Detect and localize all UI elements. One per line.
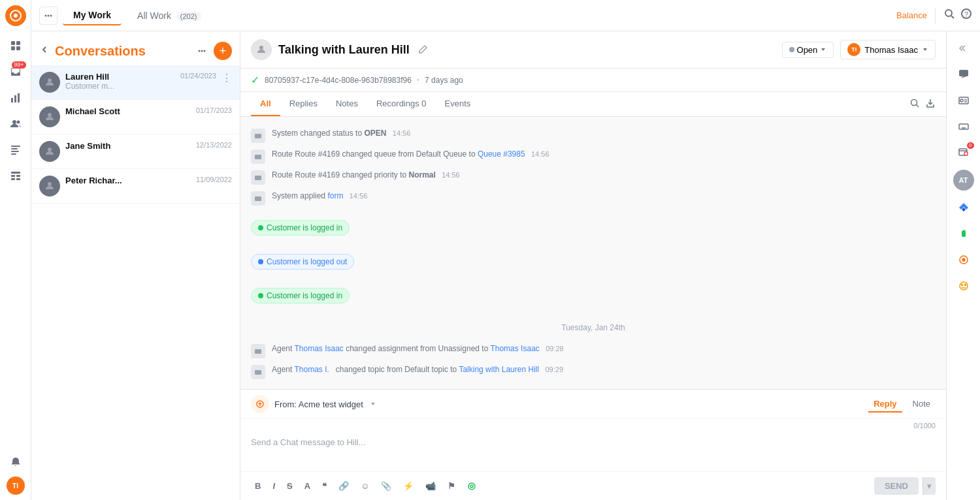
- search-messages-icon[interactable]: [909, 98, 920, 111]
- tab-recordings[interactable]: Recordings 0: [367, 92, 436, 116]
- rp-emoji-icon[interactable]: [952, 274, 975, 298]
- list-item[interactable]: Peter Richar... 11/09/2022: [31, 169, 240, 204]
- collapse-icon[interactable]: [952, 37, 975, 60]
- download-icon[interactable]: [925, 98, 936, 111]
- conv-info: Peter Richar...: [65, 176, 191, 185]
- sidebar-icon-grid[interactable]: [4, 34, 27, 57]
- emoji-button[interactable]: ☺: [357, 478, 373, 493]
- tab-all[interactable]: All: [251, 92, 280, 116]
- reply-tab-note[interactable]: Note: [907, 396, 936, 413]
- svg-point-22: [50, 14, 52, 16]
- help-icon[interactable]: ?: [960, 8, 972, 23]
- event-icon: [251, 170, 265, 185]
- flag-button[interactable]: ⚑: [444, 478, 459, 493]
- link-button[interactable]: 🔗: [335, 478, 353, 493]
- rp-shopify-icon[interactable]: [952, 222, 975, 245]
- svg-point-28: [201, 50, 203, 52]
- svg-rect-41: [255, 349, 261, 354]
- verified-icon: ✓: [251, 74, 259, 86]
- send-button[interactable]: SEND: [874, 477, 919, 495]
- search-icon[interactable]: [943, 8, 955, 23]
- send-more-button[interactable]: ▾: [923, 477, 936, 495]
- rp-jira-icon[interactable]: [952, 196, 975, 219]
- rp-ring-icon[interactable]: [952, 248, 975, 272]
- customer-logged-out-badge: Customer is logged out: [251, 254, 354, 270]
- svg-rect-37: [255, 134, 261, 138]
- content-area: Conversations +: [31, 31, 980, 500]
- sidebar-icon-chart[interactable]: [4, 86, 27, 110]
- conv-info: Michael Scott: [65, 106, 191, 116]
- conv-back-icon[interactable]: [39, 44, 50, 57]
- video-button[interactable]: 📹: [421, 478, 440, 493]
- sidebar-icon-inbox[interactable]: 99+: [4, 60, 27, 84]
- bold-button[interactable]: B: [251, 478, 265, 493]
- nav-divider: [935, 8, 936, 23]
- text-format-button[interactable]: A: [301, 478, 314, 493]
- conv-info: Lauren Hill Customer m...: [65, 72, 175, 91]
- svg-point-63: [961, 285, 962, 286]
- system-event: Route Route #4169 changed queue from Def…: [251, 146, 936, 166]
- tab-replies[interactable]: Replies: [280, 92, 327, 116]
- italic-button[interactable]: I: [269, 478, 279, 493]
- svg-rect-17: [16, 175, 20, 177]
- svg-rect-42: [255, 370, 261, 375]
- brand-logo[interactable]: [5, 5, 26, 26]
- tab-notes[interactable]: Notes: [327, 92, 367, 116]
- sidebar-icon-notifications[interactable]: [4, 450, 27, 474]
- nav-more-btn[interactable]: [39, 7, 57, 25]
- assignee-button[interactable]: TI Thomas Isaac: [840, 40, 936, 59]
- sidebar-icon-table[interactable]: [4, 164, 27, 188]
- conv-item-more[interactable]: ⋮: [221, 72, 232, 84]
- svg-rect-59: [964, 152, 968, 155]
- reply-icon: [251, 395, 269, 413]
- quote-button[interactable]: ❝: [318, 478, 331, 493]
- customer-logged-in-badge-2: Customer is logged in: [251, 288, 350, 304]
- edit-icon[interactable]: [419, 44, 428, 55]
- lightning-button[interactable]: ⚡: [399, 478, 417, 493]
- top-nav: My Work All Work (202) Balance ?: [31, 0, 980, 31]
- avatar: [39, 176, 60, 196]
- conv-title: Conversations: [55, 44, 188, 59]
- chat-area: Talking with Lauren Hill Open TI Th: [240, 31, 946, 500]
- svg-rect-5: [16, 46, 20, 50]
- char-count: 0/1000: [240, 419, 946, 432]
- rp-comments-icon[interactable]: [952, 63, 975, 86]
- svg-rect-51: [959, 124, 968, 129]
- svg-point-20: [45, 14, 47, 16]
- rp-window-icon[interactable]: 0: [952, 141, 975, 164]
- balance-label: Balance: [896, 10, 927, 20]
- strikethrough-button[interactable]: S: [283, 478, 297, 493]
- conv-add-btn[interactable]: +: [214, 42, 232, 60]
- svg-point-35: [911, 99, 917, 105]
- list-item[interactable]: Jane Smith 12/13/2022: [31, 134, 240, 169]
- rp-idcard-icon[interactable]: [952, 89, 975, 112]
- attach-button[interactable]: 📎: [377, 478, 395, 493]
- svg-rect-38: [255, 155, 261, 159]
- tab-all-work[interactable]: All Work (202): [127, 7, 211, 25]
- svg-rect-39: [255, 176, 261, 180]
- assignee-avatar: TI: [847, 43, 860, 56]
- conv-more-btn[interactable]: [193, 42, 211, 60]
- list-item[interactable]: Lauren Hill Customer m... 01/24/2023 ⋮: [31, 65, 240, 100]
- ai-button[interactable]: [463, 479, 480, 493]
- conversation-list: Lauren Hill Customer m... 01/24/2023 ⋮ M…: [31, 65, 240, 500]
- svg-point-44: [468, 483, 475, 490]
- svg-point-1: [14, 14, 18, 18]
- status-button[interactable]: Open: [782, 42, 834, 58]
- list-item[interactable]: Michael Scott 01/17/2023: [31, 100, 240, 134]
- rp-keyboard-icon[interactable]: [952, 115, 975, 138]
- tab-events[interactable]: Events: [436, 92, 480, 116]
- avatar: [39, 106, 60, 127]
- reply-input[interactable]: [251, 437, 936, 457]
- current-user-avatar[interactable]: TI: [7, 477, 25, 495]
- reply-tab-reply[interactable]: Reply: [868, 396, 902, 413]
- tab-my-work[interactable]: My Work: [63, 6, 122, 25]
- rp-at-avatar[interactable]: AT: [953, 170, 974, 191]
- svg-point-34: [259, 46, 263, 50]
- from-dropdown-arrow[interactable]: [370, 399, 376, 409]
- message-id-bar: ✓ 80705937-c17e-4d4c-808e-963b78983f96 •…: [240, 69, 946, 92]
- sidebar-icon-users[interactable]: [4, 112, 27, 136]
- svg-line-24: [951, 16, 954, 18]
- sidebar-icon-reports[interactable]: [4, 138, 27, 162]
- chat-user-icon: [251, 39, 272, 60]
